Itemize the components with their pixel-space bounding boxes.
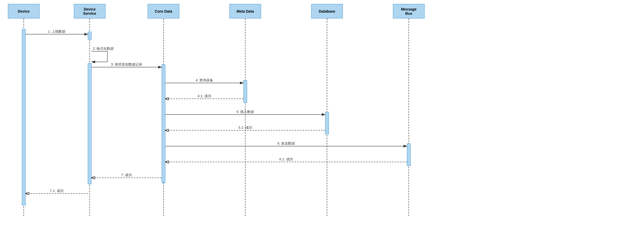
activation-message-bus-6 [407,144,411,166]
actor-database: Database [311,4,343,18]
svg-text:4.1: 成功: 4.1: 成功 [198,94,211,98]
svg-text:1: 上报数据: 1: 上报数据 [48,29,65,33]
actor-device: Device [8,4,40,18]
sequence-diagram: 1: 上报数据2: 格式化数据3: 请求添加数据记录4: 查询设备4.1: 成功… [0,0,644,237]
svg-text:6: 发送数据: 6: 发送数据 [277,141,295,145]
actor-core-data: Core Data [148,4,179,18]
actor-device-service: Device Service [74,4,105,18]
svg-text:7: 成功: 7: 成功 [121,173,132,177]
activation-meta-data-4 [243,80,247,103]
activation-database-5 [325,112,329,134]
lifeline-message-bus [408,18,409,216]
svg-text:4: 查询设备: 4: 查询设备 [196,78,213,82]
activation-device-service-2 [88,63,92,184]
svg-text:3: 请求添加数据记录: 3: 请求添加数据记录 [111,62,142,66]
lifeline-meta-data [245,18,246,216]
svg-text:7.1: 成功: 7.1: 成功 [50,189,63,193]
activation-device-0 [22,29,26,205]
actor-meta-data: Meta Data [229,4,261,18]
activation-core-data-3 [162,65,165,183]
svg-text:6.1: 成功: 6.1: 成功 [279,157,293,161]
activation-device-service-1 [88,32,92,39]
actor-message-bus: Message Bus [393,4,425,18]
svg-text:2: 格式化数据: 2: 格式化数据 [93,47,114,51]
